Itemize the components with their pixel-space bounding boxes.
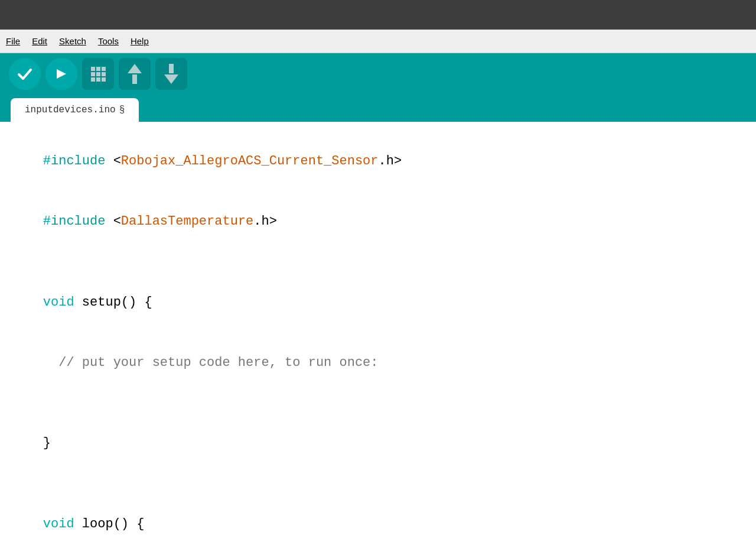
include-keyword-2: #include [43, 214, 113, 229]
tab-inputdevices[interactable]: inputdevices.ino § [11, 98, 139, 122]
toolbar [0, 53, 756, 95]
upload-button[interactable] [45, 58, 77, 90]
code-line-void-loop: void loop() { [12, 494, 744, 535]
code-line-include1: #include <Robojax_AllegroACS_Current_Sen… [12, 131, 744, 192]
include-keyword-1: #include [43, 154, 113, 168]
comment-setup: // put your setup code here, to run once… [43, 355, 379, 370]
arrow-down-icon [164, 64, 178, 84]
upload-up-button[interactable] [119, 58, 151, 90]
arrow-right-icon [53, 66, 70, 82]
brace-close-1: } [43, 436, 51, 450]
tab-filename: inputdevices.ino [25, 105, 116, 115]
verify-button[interactable] [9, 58, 41, 90]
new-file-button[interactable] [82, 58, 114, 90]
tab-symbol: § [119, 105, 125, 115]
upload-down-button[interactable] [155, 58, 187, 90]
grid-icon [91, 67, 106, 82]
arrow-up-icon [128, 64, 142, 84]
library-name-2: DallasTemperature [121, 214, 253, 229]
menu-bar: File Edit Sketch Tools Help [0, 30, 756, 53]
blank-line-2 [12, 393, 744, 413]
tab-bar: inputdevices.ino § [0, 95, 756, 122]
code-editor[interactable]: #include <Robojax_AllegroACS_Current_Sen… [0, 122, 756, 535]
void-keyword-loop: void [43, 517, 82, 531]
menu-help[interactable]: Help [131, 36, 149, 46]
title-bar [0, 0, 756, 30]
menu-edit[interactable]: Edit [32, 36, 47, 46]
menu-sketch[interactable]: Sketch [59, 36, 86, 46]
check-icon [17, 66, 33, 82]
library-name-1: Robojax_AllegroACS_Current_Sensor [121, 154, 379, 168]
menu-file[interactable]: File [6, 36, 20, 46]
code-line-comment-setup: // put your setup code here, to run once… [12, 333, 744, 393]
code-line-void-setup: void setup() { [12, 273, 744, 333]
svg-marker-0 [57, 69, 66, 79]
menu-tools[interactable]: Tools [98, 36, 119, 46]
code-line-brace-close-1: } [12, 413, 744, 474]
blank-line-1 [12, 252, 744, 273]
void-keyword-setup: void [43, 295, 82, 310]
code-line-include2: #include <DallasTemperature.h> [12, 192, 744, 252]
blank-line-3 [12, 474, 744, 494]
